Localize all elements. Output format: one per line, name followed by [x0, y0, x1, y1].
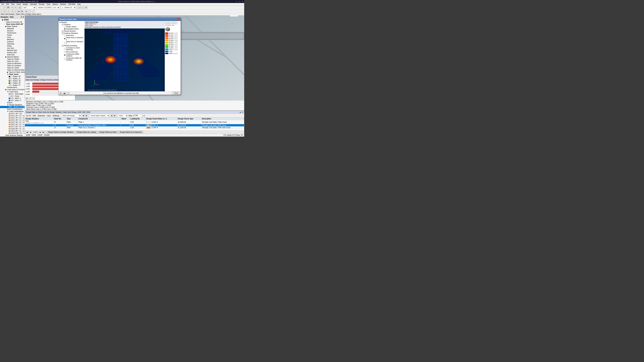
tab-node[interactable]: Design Ratios by Node — [98, 131, 118, 133]
nav-joint-4[interactable]: 4 - Nodes: 26 — [0, 82, 25, 84]
save-btn[interactable]: 💾 — [7, 6, 10, 9]
menu-view[interactable]: View — [10, 3, 16, 5]
continuous-within-surfaces-item[interactable]: Continuous within surfaces — [59, 53, 84, 57]
table-row[interactable]: DS1Section 2.3 (LRFD); 1, to 5. 27 Plate… — [25, 120, 244, 124]
axial-force-item[interactable]: Axial force — [59, 34, 84, 36]
nav-joint-2[interactable]: 2 - Nodes: 21 — [0, 78, 25, 80]
dt-edit[interactable]: Edit — [32, 115, 36, 117]
constant-mesh-item[interactable]: Constant on mesh elements — [59, 47, 84, 51]
dt-header-controls[interactable]: ▲ ✕ — [240, 111, 243, 113]
menu-calculate[interactable]: Calculate — [29, 3, 38, 5]
cp-btn3[interactable]: 📋 — [32, 97, 35, 100]
nav-imperfections[interactable]: Imperfections — [0, 86, 25, 88]
results-header-results[interactable]: ▼ Results — [59, 21, 84, 23]
plastic-strains-item[interactable]: Plastic strains — [59, 26, 84, 28]
viewport-3d[interactable]: XYZ Results in Steel Joint ✕ ▼ Results — [25, 15, 244, 100]
continuous-all-surfaces-item[interactable]: Continuous within all surfaces — [59, 57, 84, 61]
nav-sections[interactable]: Sections — [0, 30, 25, 32]
nav-joint-3[interactable]: 3 - Nodes: 30 — [0, 80, 25, 82]
nav-co6[interactable]: CO6 1.20 * LC + d... — [0, 123, 25, 125]
close-results-btn[interactable]: Close — [172, 92, 180, 95]
nav-linesets[interactable]: Line Sets — [0, 47, 25, 49]
nav-basic-objects[interactable]: ▶ Basic Objects — [0, 25, 25, 27]
nav-combination-wizards[interactable]: Combination Wizards — [0, 136, 25, 137]
nav-membersets[interactable]: Member Sets — [0, 49, 25, 51]
close-btn[interactable]: ✕ — [241, 1, 244, 2]
nav-lc-group[interactable]: ▼ Load Cases — [0, 91, 25, 93]
dt-play-btn[interactable]: ▶ — [85, 114, 88, 117]
menu-cadbim[interactable]: CAD-BIM — [67, 3, 76, 5]
screenshot-btn[interactable]: 📷 — [63, 92, 66, 95]
dt-view[interactable]: View — [46, 115, 52, 117]
nav-ds1[interactable]: DS1 - Section 2.3 (LRFD); 1, to 5. — [0, 106, 25, 108]
table-row[interactable]: 27 Weld Plate Cut 2 | Soutüre 1 CO6 0.79… — [25, 126, 244, 129]
dt-prev-btn[interactable]: ◀ — [82, 114, 85, 117]
nav-co1[interactable]: CO1 1.40 * LC1 — [0, 112, 25, 115]
non-continuous-radio[interactable] — [64, 51, 66, 53]
dt-prev2-btn[interactable]: ◀ — [110, 114, 113, 117]
nav-types-nodes[interactable]: Types for Nodes — [0, 58, 25, 60]
nav-lc3[interactable]: LC3 - Wind -Y — [0, 97, 25, 99]
nav-first-btn[interactable]: |◀ — [26, 131, 28, 134]
plastic-strains-radio[interactable] — [64, 26, 66, 28]
fastener-members-checkbox[interactable] — [62, 32, 64, 34]
axial-force-radio[interactable] — [64, 35, 66, 36]
nav-materials[interactable]: Materials — [0, 27, 25, 30]
section-dropdown[interactable]: Section 2.3 (LRFD); 1, to 5. — [37, 6, 60, 9]
members-btn[interactable]: ▬ — [17, 10, 20, 13]
tab-loading[interactable]: Design Ratios by Loading — [75, 131, 98, 133]
result-smoothing-item[interactable]: Result smoothing — [59, 44, 84, 47]
nav-lc4[interactable]: LC4 - Wind +Y — [0, 99, 25, 102]
render-btn[interactable]: ◈ — [25, 10, 28, 13]
menu-tools[interactable]: Tools — [46, 3, 51, 5]
zoom-out-btn[interactable]: 🔍- — [81, 6, 84, 9]
select-btn[interactable]: ↖ — [0, 10, 3, 13]
menu-results[interactable]: Results — [38, 3, 46, 5]
nav-co5[interactable]: CO5 1.20 * LC + d... — [0, 121, 25, 123]
nav-co9[interactable]: CO9 0.90 * LC + d... — [0, 130, 25, 132]
nav-steel-joints-group[interactable]: ▼ Steel Joints — [0, 73, 25, 75]
nav-load-cases[interactable]: ▶ Load Cases & Combinations — [0, 88, 25, 91]
nav-co3[interactable]: CO3 1.20 * LC + d... — [0, 117, 25, 119]
nav-lc2[interactable]: LC2 - Snow — [0, 95, 25, 97]
menu-edit[interactable]: Edit — [5, 3, 10, 5]
menu-help[interactable]: Help — [76, 3, 82, 5]
fastener-members-item[interactable]: Fastener Members — [59, 32, 84, 34]
nav-types-solids[interactable]: Types for Solids — [0, 67, 25, 69]
nav-co4[interactable]: CO4 1.20 * LC + d... — [0, 119, 25, 121]
print-btn[interactable]: 🖨 — [18, 6, 21, 9]
nav-members[interactable]: Members — [0, 38, 25, 40]
nav-surfacesets[interactable]: Surface Sets — [0, 51, 25, 54]
open-btn[interactable]: 📂 — [4, 6, 6, 9]
export-btn[interactable]: ↗ — [66, 92, 70, 95]
undo-btn[interactable]: ↩ — [11, 6, 14, 9]
result-sections-checkbox[interactable] — [62, 30, 64, 32]
results-3d-view[interactable]: Steel Joint Design Steel Joint No. 2 DS1… — [84, 21, 165, 91]
result-smoothing-checkbox[interactable] — [62, 45, 64, 46]
cp-toolbar[interactable]: ⊞ ↗ 📋 — [25, 96, 75, 100]
menu-options[interactable]: Options — [51, 3, 59, 5]
shear-y-item[interactable]: Shear force in direction y — [59, 36, 84, 40]
nav-load-combinations[interactable]: ▼ Load Combinations — [0, 110, 25, 112]
titlebar-controls[interactable]: — □ ✕ — [235, 1, 244, 2]
surfaces-checkbox[interactable] — [62, 24, 64, 25]
dt-none-dropdown[interactable]: None — [118, 114, 128, 117]
surfaces-btn[interactable]: ▧ — [20, 10, 24, 13]
redo-btn[interactable]: ↪ — [14, 6, 17, 9]
nav-last-btn[interactable]: ▶| — [42, 131, 45, 134]
results-close-btn[interactable]: ✕ — [177, 18, 180, 20]
menu-window[interactable]: Window — [59, 3, 67, 5]
constant-mesh-radio[interactable] — [64, 48, 66, 50]
nav-types-steel[interactable]: ▶ Types for Steel Joints — [0, 71, 25, 73]
nav-types-surfaces[interactable]: Types for Surfaces — [0, 64, 25, 67]
nav-solids[interactable]: Solids — [0, 45, 25, 47]
rotate-btn[interactable]: ↻ — [4, 10, 6, 13]
nav-co8[interactable]: CO8 0.90 * LC + d... — [0, 128, 25, 130]
nav-action-combinations[interactable]: Action Combinations — [0, 108, 25, 110]
nav-openings[interactable]: Openings — [0, 43, 25, 45]
nav-special-objects[interactable]: ▶ Special Objects — [0, 56, 25, 58]
view-reset-btn[interactable]: ⊞ — [59, 92, 62, 95]
nav-surfaces[interactable]: Surfaces — [0, 40, 25, 43]
nav-prev-btn[interactable]: ◀ — [29, 131, 32, 134]
nav-next-btn[interactable]: ▶ — [39, 131, 42, 134]
